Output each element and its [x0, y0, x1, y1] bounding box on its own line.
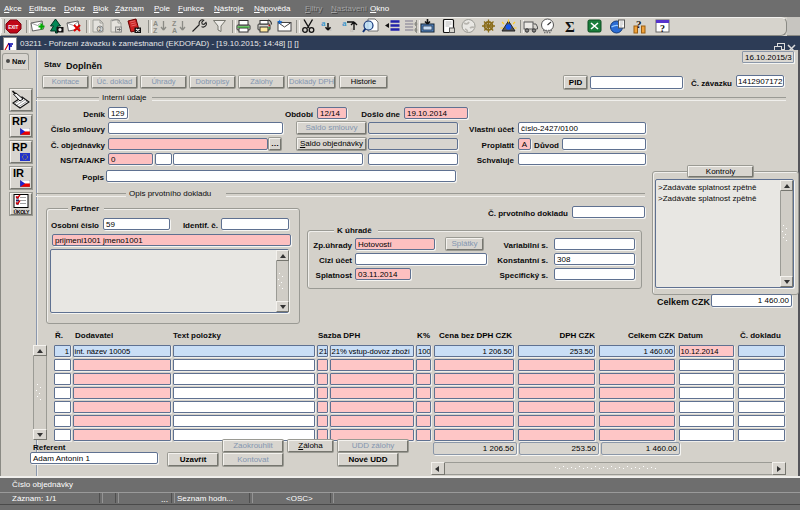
svg-text:Z: Z [153, 27, 158, 34]
svg-text:A: A [172, 27, 177, 34]
svg-text:2: 2 [99, 26, 102, 32]
svg-text:EXIT: EXIT [8, 25, 18, 30]
svg-text:?: ? [660, 23, 665, 34]
svg-text:ÚKOLY: ÚKOLY [14, 209, 31, 215]
svg-text:a: a [342, 18, 347, 28]
svg-text:a: a [321, 18, 326, 28]
svg-text:?: ? [636, 18, 642, 30]
svg-text:Σ: Σ [565, 19, 575, 35]
svg-text:Z: Z [172, 20, 177, 27]
svg-text:A: A [153, 20, 158, 27]
